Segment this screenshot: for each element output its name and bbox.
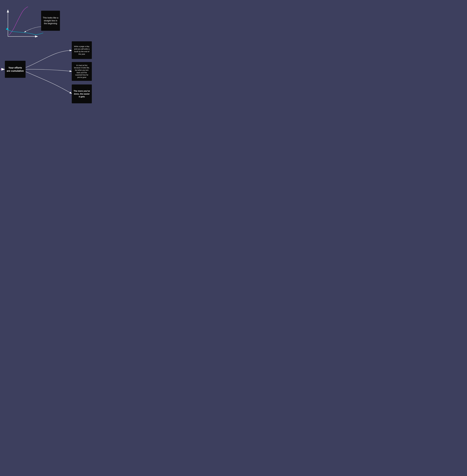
card-straight-line: This looks like a straight line in the b… [41, 11, 60, 31]
card-easier: The more you've done, the easier it gets [72, 85, 92, 103]
card-efforts: Your efforts are cumulative [5, 61, 26, 78]
card-write-page-text: Write a page a day, and you will write a… [73, 45, 90, 55]
card-write-page: Write a page a day, and you will write a… [72, 41, 92, 59]
card-hard-first-text: It's hard at first because it looks flat… [73, 64, 90, 79]
card-straight-line-text: This looks like a straight line in the b… [43, 16, 58, 25]
card-easier-text: The more you've done, the easier it gets [73, 89, 90, 98]
card-hard-first: It's hard at first because it looks flat… [72, 62, 92, 81]
card-efforts-text: Your efforts are cumulative [6, 66, 24, 73]
